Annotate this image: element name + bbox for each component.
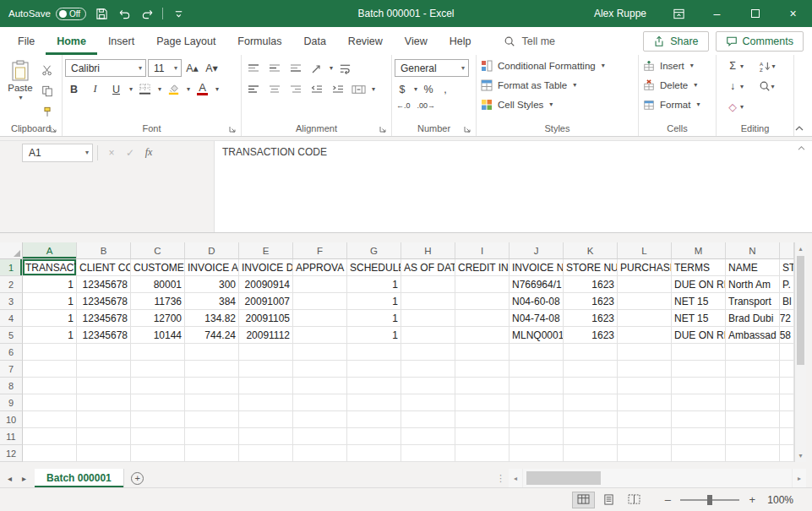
cell-F4[interactable] <box>293 310 347 327</box>
cell-K7[interactable] <box>564 361 618 378</box>
menu-tab-file[interactable]: File <box>7 27 46 55</box>
column-header-M[interactable]: M <box>672 242 726 259</box>
cell-M1[interactable]: TERMS <box>672 259 726 276</box>
cell-B9[interactable] <box>77 394 131 411</box>
maximize-button[interactable] <box>736 0 774 27</box>
cell-B7[interactable] <box>77 361 131 378</box>
cell-C8[interactable] <box>131 378 185 394</box>
cell-G6[interactable] <box>347 344 401 361</box>
cell-F3[interactable] <box>293 293 347 310</box>
cell-B11[interactable] <box>77 428 131 445</box>
cell-A10[interactable] <box>23 411 77 428</box>
cell-N10[interactable] <box>726 411 780 428</box>
increase-indent-button[interactable] <box>329 80 346 98</box>
column-header-N[interactable]: N <box>726 242 780 259</box>
tell-me-search[interactable]: Tell me <box>504 27 555 55</box>
fill-color-button[interactable] <box>165 80 183 98</box>
comma-style-button[interactable]: , <box>439 80 451 98</box>
close-button[interactable]: × <box>774 0 812 27</box>
alignment-dialog-launcher[interactable] <box>379 125 387 133</box>
wrap-text-button[interactable] <box>336 59 354 77</box>
shrink-font-button[interactable]: A▾ <box>203 59 221 77</box>
row-header-6[interactable]: 6 <box>0 344 23 361</box>
italic-button[interactable]: I <box>86 80 104 98</box>
cell-L2[interactable] <box>618 276 672 293</box>
accounting-format-button[interactable]: $ <box>396 80 408 98</box>
cell-K12[interactable] <box>564 445 618 462</box>
bold-button[interactable]: B <box>65 80 83 98</box>
cell-L5[interactable] <box>618 327 672 344</box>
minimize-button[interactable]: – <box>698 0 736 27</box>
cell-L12[interactable] <box>618 445 672 462</box>
cell-N9[interactable] <box>726 394 780 411</box>
enter-entry-button[interactable]: ✓ <box>121 144 139 162</box>
cell-F5[interactable] <box>293 327 347 344</box>
column-header-G[interactable]: G <box>347 242 401 259</box>
cell-E11[interactable] <box>239 428 293 445</box>
align-left-button[interactable] <box>244 80 262 98</box>
column-header-E[interactable]: E <box>239 242 293 259</box>
row-header-11[interactable]: 11 <box>0 428 23 445</box>
row-header-3[interactable]: 3 <box>0 293 23 310</box>
cell-F11[interactable] <box>293 428 347 445</box>
cell-E4[interactable]: 20091105 <box>239 310 293 327</box>
cell-A11[interactable] <box>23 428 77 445</box>
cell-E7[interactable] <box>239 361 293 378</box>
cell-I8[interactable] <box>455 378 510 394</box>
align-middle-button[interactable] <box>265 59 283 77</box>
row-header-2[interactable]: 2 <box>0 276 23 293</box>
cell-O10[interactable] <box>780 411 794 428</box>
cell-D1[interactable]: INVOICE A <box>185 259 239 276</box>
cell-N8[interactable] <box>726 378 780 394</box>
align-right-button[interactable] <box>286 80 304 98</box>
cell-H7[interactable] <box>401 361 455 378</box>
cell-H11[interactable] <box>401 428 455 445</box>
cell-styles-button[interactable]: Cell Styles ▾ <box>479 95 635 114</box>
cell-O2[interactable]: P. <box>780 276 794 293</box>
column-header-L[interactable]: L <box>618 242 672 259</box>
cell-E5[interactable]: 20091112 <box>239 327 293 344</box>
cell-E12[interactable] <box>239 445 293 462</box>
cell-M10[interactable] <box>672 411 726 428</box>
cell-E6[interactable] <box>239 344 293 361</box>
cell-B3[interactable]: 12345678 <box>77 293 131 310</box>
ribbon-display-options-button[interactable] <box>660 0 698 27</box>
select-all-button[interactable] <box>0 242 23 259</box>
column-header-F[interactable]: F <box>293 242 347 259</box>
cell-C12[interactable] <box>131 445 185 462</box>
cell-E10[interactable] <box>239 411 293 428</box>
cell-H5[interactable] <box>401 327 455 344</box>
cell-J6[interactable] <box>510 344 564 361</box>
column-header-J[interactable]: J <box>510 242 564 259</box>
cell-I4[interactable] <box>455 310 510 327</box>
cell-A12[interactable] <box>23 445 77 462</box>
cell-G10[interactable] <box>347 411 401 428</box>
decrease-indent-button[interactable] <box>308 80 325 98</box>
vertical-scrollbar[interactable]: ▴ ▾ <box>794 242 806 462</box>
column-header-partial[interactable] <box>780 242 794 259</box>
horizontal-scrollbar[interactable]: ◂ ▸ <box>509 469 806 487</box>
row-header-5[interactable]: 5 <box>0 327 23 344</box>
cell-C2[interactable]: 80001 <box>131 276 185 293</box>
cell-A6[interactable] <box>23 344 77 361</box>
cell-M8[interactable] <box>672 378 726 394</box>
cell-A8[interactable] <box>23 378 77 394</box>
menu-tab-home[interactable]: Home <box>46 27 97 55</box>
cell-E9[interactable] <box>239 394 293 411</box>
cell-H9[interactable] <box>401 394 455 411</box>
column-header-C[interactable]: C <box>131 242 185 259</box>
cell-G8[interactable] <box>347 378 401 394</box>
cell-F12[interactable] <box>293 445 347 462</box>
font-color-button[interactable]: A <box>193 80 211 98</box>
cell-C4[interactable]: 12700 <box>131 310 185 327</box>
cell-F2[interactable] <box>293 276 347 293</box>
autosave-toggle[interactable]: AutoSave Off <box>8 8 86 20</box>
delete-cells-button[interactable]: Delete ▾ <box>641 75 713 95</box>
row-header-7[interactable]: 7 <box>0 361 23 378</box>
cell-K9[interactable] <box>564 394 618 411</box>
cell-N12[interactable] <box>726 445 780 462</box>
cell-L7[interactable] <box>618 361 672 378</box>
cell-E3[interactable]: 20091007 <box>239 293 293 310</box>
cell-F1[interactable]: APPROVA <box>293 259 347 276</box>
redo-button[interactable] <box>139 6 155 21</box>
